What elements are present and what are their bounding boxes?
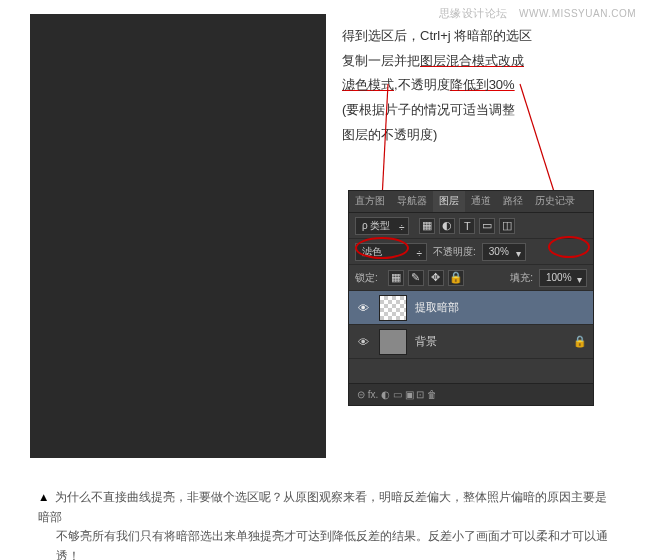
lock-label: 锁定:: [355, 271, 378, 285]
lock-trans-icon[interactable]: ▦: [388, 270, 404, 286]
caption-line1: ▲为什么不直接曲线提亮，非要做个选区呢？从原图观察来看，明暗反差偏大，整体照片偏…: [38, 488, 618, 527]
instr-line3: 滤色模式,不透明度降低到30%: [342, 73, 632, 98]
lock-icon: 🔒: [573, 335, 587, 348]
bottom-caption: ▲为什么不直接曲线提亮，非要做个选区呢？从原图观察来看，明暗反差偏大，整体照片偏…: [38, 488, 618, 560]
fill-input[interactable]: 100% ▾: [539, 269, 587, 287]
lock-row: 锁定: ▦ ✎ ✥ 🔒 填充: 100% ▾: [349, 265, 593, 291]
layer-thumbnail[interactable]: [379, 295, 407, 321]
instruction-text: 得到选区后，Ctrl+j 将暗部的选区 复制一层并把图层混合模式改成 滤色模式,…: [342, 24, 632, 147]
instr-line5: 图层的不透明度): [342, 123, 632, 148]
tab-navigator[interactable]: 导航器: [391, 191, 433, 212]
lock-all-icon[interactable]: 🔒: [448, 270, 464, 286]
watermark-text1: 思缘设计论坛: [439, 7, 508, 19]
layer-name: 提取暗部: [415, 300, 459, 315]
lock-move-icon[interactable]: ✥: [428, 270, 444, 286]
lock-icons: ▦ ✎ ✥ 🔒: [388, 270, 464, 286]
filter-icons: ▦ ◐ T ▭ ◫: [419, 218, 515, 234]
layer-row-selected[interactable]: 👁 提取暗部: [349, 291, 593, 325]
filter-type-icon[interactable]: T: [459, 218, 475, 234]
filter-smart-icon[interactable]: ◫: [499, 218, 515, 234]
tab-paths[interactable]: 路径: [497, 191, 529, 212]
layer-row[interactable]: 👁 背景 🔒: [349, 325, 593, 359]
filter-pixel-icon[interactable]: ▦: [419, 218, 435, 234]
callout-circle-opacity: [548, 236, 590, 258]
callout-circle-blend: [355, 237, 409, 259]
lock-paint-icon[interactable]: ✎: [408, 270, 424, 286]
watermark: 思缘设计论坛 WWW.MISSYUAN.COM: [439, 6, 636, 21]
photoshop-canvas[interactable]: [30, 14, 326, 458]
layer-thumbnail[interactable]: [379, 329, 407, 355]
panel-footer: ⊝ fx. ◐ ▭ ▣ ⊡ 🗑: [349, 383, 593, 405]
caption-line2: 不够亮所有我们只有将暗部选出来单独提亮才可达到降低反差的结果。反差小了画面才可以…: [38, 527, 618, 560]
visibility-eye-icon[interactable]: 👁: [355, 300, 371, 316]
tab-channels[interactable]: 通道: [465, 191, 497, 212]
opacity-input[interactable]: 30% ▾: [482, 243, 526, 261]
tab-layers[interactable]: 图层: [433, 191, 465, 212]
chevron-down-icon: ÷: [399, 222, 405, 233]
filter-shape-icon[interactable]: ▭: [479, 218, 495, 234]
layer-kind-dropdown[interactable]: ρ 类型 ÷: [355, 217, 409, 235]
layers-panel: 直方图 导航器 图层 通道 路径 历史记录 ρ 类型 ÷ ▦ ◐ T ▭ ◫ 滤…: [348, 190, 594, 406]
triangle-bullet-icon: ▲: [38, 491, 49, 503]
instr-line2: 复制一层并把图层混合模式改成: [342, 49, 632, 74]
chevron-down-icon: ▾: [516, 248, 521, 259]
fill-label: 填充:: [510, 271, 533, 285]
layer-name: 背景: [415, 334, 437, 349]
tab-history[interactable]: 历史记录: [529, 191, 581, 212]
instr-line4: (要根据片子的情况可适当调整: [342, 98, 632, 123]
visibility-eye-icon[interactable]: 👁: [355, 334, 371, 350]
footer-icons[interactable]: ⊝ fx. ◐ ▭ ▣ ⊡ 🗑: [357, 389, 437, 400]
filter-adjust-icon[interactable]: ◐: [439, 218, 455, 234]
instr-line1: 得到选区后，Ctrl+j 将暗部的选区: [342, 24, 632, 49]
filter-row: ρ 类型 ÷ ▦ ◐ T ▭ ◫: [349, 213, 593, 239]
opacity-label: 不透明度:: [433, 245, 476, 259]
watermark-text2: WWW.MISSYUAN.COM: [519, 8, 636, 19]
chevron-down-icon: ▾: [577, 274, 582, 285]
tab-histogram[interactable]: 直方图: [349, 191, 391, 212]
chevron-down-icon: ÷: [417, 248, 423, 259]
panel-tabs: 直方图 导航器 图层 通道 路径 历史记录: [349, 191, 593, 213]
